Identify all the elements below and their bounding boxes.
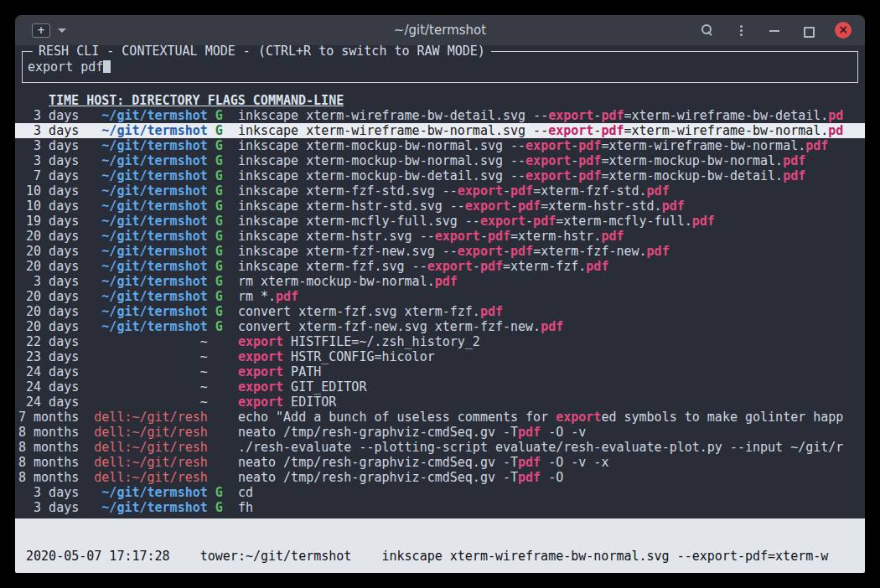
row-time: 8 months (18, 470, 86, 485)
history-row[interactable]: 8 months dell:~/git/resh neato /tmp/resh… (15, 470, 865, 485)
history-row[interactable]: 24 days ~ export PATH (15, 364, 865, 379)
status-bar: 2020-05-07 17:17:28 tower:~/git/termshot… (15, 518, 865, 573)
row-flags (208, 349, 238, 364)
search-box[interactable]: RESH CLI - CONTEXTUAL MODE - (CTRL+R to … (22, 51, 858, 83)
command-segment: - (571, 168, 578, 183)
row-pad (86, 485, 101, 500)
row-pad (86, 214, 101, 229)
row-flags: G (208, 123, 238, 138)
command-segment: =xterm-hstr-std. (541, 199, 662, 214)
command-segment: export (238, 349, 283, 364)
row-flags (208, 334, 238, 349)
command-segment: - (473, 259, 480, 274)
search-input[interactable]: export pdf (28, 59, 111, 75)
command-segment: rm *. (238, 289, 276, 304)
row-directory: ~/git/resh (132, 440, 207, 455)
row-time: 10 days (18, 199, 86, 214)
history-row[interactable]: 10 days ~/git/termshot G inkscape xterm-… (15, 199, 865, 214)
command-segment: pdf (783, 168, 805, 183)
history-row[interactable]: 20 days ~/git/termshot G convert xterm-f… (15, 304, 865, 319)
command-segment: pdf (488, 229, 510, 244)
row-time: 20 days (18, 259, 86, 274)
command-segment: -O (541, 470, 563, 485)
history-row[interactable]: 10 days ~/git/termshot G inkscape xterm-… (15, 183, 865, 199)
command-segment: inkscape xterm-wireframe-bw-normal.svg -… (238, 123, 548, 138)
row-directory: ~ (200, 334, 208, 349)
row-time: 7 days (18, 168, 86, 183)
history-row[interactable]: 20 days ~/git/termshot G inkscape xterm-… (15, 244, 865, 259)
row-pad (86, 349, 199, 364)
command-segment: rm xterm-mockup-bw-normal. (238, 274, 435, 289)
history-row[interactable]: 8 months dell:~/git/resh neato /tmp/resh… (15, 425, 865, 440)
restore-icon[interactable] (801, 23, 815, 37)
row-directory: ~ (200, 379, 208, 395)
history-row[interactable]: 22 days ~ export HISTFILE=~/.zsh_history… (15, 334, 865, 349)
history-row[interactable]: 20 days ~/git/termshot G convert xterm-f… (15, 319, 865, 334)
row-directory: ~ (200, 395, 208, 410)
history-row[interactable]: 3 days ~/git/termshot G rm xterm-mockup-… (15, 274, 865, 289)
command-segment: - (571, 138, 578, 153)
command-segment: export (458, 244, 503, 259)
command-segment: export (556, 410, 601, 425)
history-row[interactable]: 3 days ~/git/termshot G cd (15, 485, 865, 500)
command-segment: pdf (541, 319, 563, 334)
row-pad (86, 304, 101, 319)
table-header: TIME HOST: DIRECTORY FLAGS COMMAND-LINE (15, 93, 865, 108)
history-row[interactable]: 7 months dell:~/git/resh echo "Add a bun… (15, 410, 865, 425)
history-row[interactable]: 24 days ~ export EDITOR (15, 395, 865, 410)
command-segment: pdf (480, 304, 503, 319)
close-icon[interactable] (835, 22, 852, 39)
row-time: 3 days (18, 138, 86, 153)
command-segment: ed symbols to make golinter happ (601, 410, 843, 425)
command-segment: cd (238, 485, 253, 500)
row-pad (86, 364, 199, 379)
minimize-icon[interactable] (768, 23, 781, 37)
command-segment: pdf (647, 183, 670, 199)
history-row[interactable]: 3 days ~/git/termshot G inkscape xterm-w… (15, 123, 865, 138)
row-time: 3 days (18, 153, 86, 168)
search-icon[interactable] (701, 23, 714, 37)
command-segment: inkscape xterm-fzf.svg -- (238, 259, 427, 274)
history-list: 3 days ~/git/termshot G inkscape xterm-w… (15, 108, 865, 515)
history-row[interactable]: 3 days ~/git/termshot G fh (15, 500, 865, 515)
history-row[interactable]: 24 days ~ export GIT_EDITOR (15, 379, 865, 395)
chevron-down-icon[interactable] (58, 28, 66, 33)
command-segment: =xterm-fzf-std. (533, 183, 646, 199)
row-time: 22 days (18, 334, 86, 349)
row-directory: ~/git/termshot (101, 304, 207, 319)
new-tab-button[interactable] (32, 23, 50, 38)
command-segment: export (238, 395, 283, 410)
history-row[interactable]: 8 months dell:~/git/resh ./resh-evaluate… (15, 440, 865, 455)
row-flags: G (208, 289, 238, 304)
row-directory: ~/git/termshot (101, 214, 207, 229)
command-segment: inkscape xterm-mockup-bw-detail.svg -- (238, 168, 525, 183)
command-segment: export (238, 334, 283, 349)
history-row[interactable]: 7 days ~/git/termshot G inkscape xterm-m… (15, 168, 865, 183)
command-segment: pdf (601, 123, 624, 138)
row-flags: G (208, 244, 238, 259)
history-row[interactable]: 19 days ~/git/termshot G inkscape xterm-… (15, 214, 865, 229)
row-directory: ~/git/termshot (101, 199, 207, 214)
menu-kebab-icon[interactable] (734, 23, 748, 37)
row-time: 19 days (18, 214, 86, 229)
row-directory: ~/git/termshot (101, 259, 207, 274)
row-directory: ~/git/resh (132, 470, 207, 485)
table-header-text: TIME HOST: DIRECTORY FLAGS COMMAND-LINE (49, 93, 344, 108)
history-row[interactable]: 3 days ~/git/termshot G inkscape xterm-w… (15, 108, 865, 123)
history-row[interactable]: 3 days ~/git/termshot G inkscape xterm-m… (15, 138, 865, 153)
history-row[interactable]: 23 days ~ export HSTR_CONFIG=hicolor (15, 349, 865, 364)
history-row[interactable]: 20 days ~/git/termshot G inkscape xterm-… (15, 229, 865, 244)
row-flags: G (208, 319, 238, 334)
command-segment: pdf (601, 229, 624, 244)
text-cursor (103, 60, 111, 73)
row-directory: ~/git/termshot (101, 274, 207, 289)
search-query-text: export pdf (28, 59, 103, 75)
history-row[interactable]: 20 days ~/git/termshot G rm *.pdf (15, 289, 865, 304)
row-time: 20 days (18, 289, 86, 304)
history-row[interactable]: 20 days ~/git/termshot G inkscape xterm-… (15, 259, 865, 274)
command-segment: =xterm-wireframe-bw-normal. (624, 123, 828, 138)
command-segment: pdf (578, 138, 601, 153)
history-row[interactable]: 3 days ~/git/termshot G inkscape xterm-m… (15, 153, 865, 168)
row-flags (208, 395, 238, 410)
history-row[interactable]: 8 months dell:~/git/resh neato /tmp/resh… (15, 455, 865, 470)
